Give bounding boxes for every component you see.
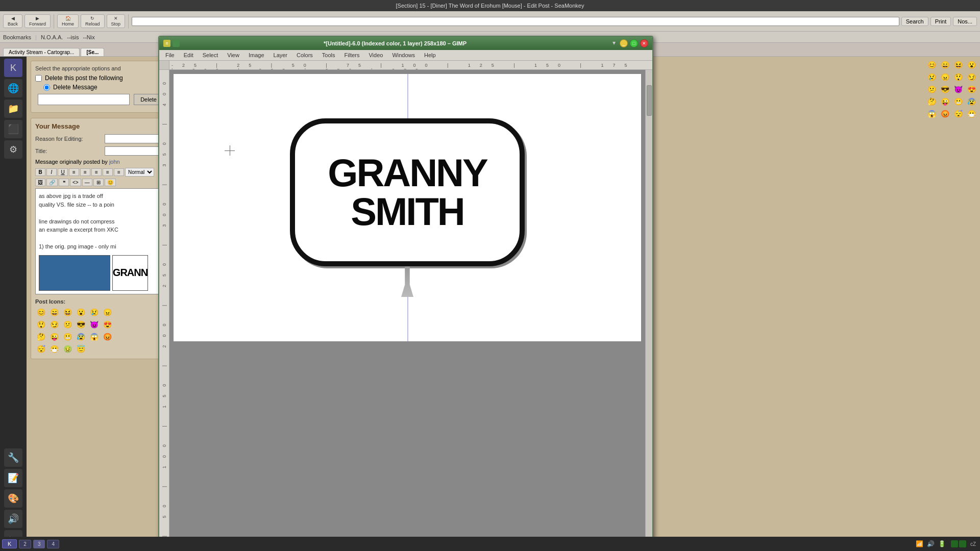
right-emoji-17[interactable]: 😡 xyxy=(939,108,950,119)
delete-message-radio[interactable] xyxy=(43,84,50,91)
emoji-btn-16[interactable]: 😱 xyxy=(88,331,100,342)
kde-browser-icon[interactable]: 🌐 xyxy=(4,79,22,97)
editor-underline-btn[interactable]: U xyxy=(58,168,68,176)
gimp-menu-btn[interactable]: ≡ xyxy=(163,40,170,47)
right-emoji-6[interactable]: 😲 xyxy=(952,71,964,83)
forward-button[interactable]: ▶ Forward xyxy=(24,14,51,28)
right-emoji-5[interactable]: 😠 xyxy=(939,71,950,83)
reason-input[interactable] xyxy=(105,134,166,143)
emoji-btn-0[interactable]: 😊 xyxy=(35,307,46,318)
right-emoji-10[interactable]: 😈 xyxy=(952,84,964,95)
editor-link-btn[interactable]: 🔗 xyxy=(46,179,58,186)
emoji-btn-12[interactable]: 🤔 xyxy=(35,331,46,342)
kde-folder-icon[interactable]: 📁 xyxy=(4,99,22,118)
taskbar-item-2[interactable]: 2 xyxy=(19,540,31,548)
systray-network-icon[interactable]: 📶 xyxy=(915,539,924,548)
systray-battery-icon[interactable]: 🔋 xyxy=(938,539,947,548)
kde-icon-4[interactable]: 🔊 xyxy=(4,510,22,528)
kde-icon-2[interactable]: 📝 xyxy=(4,469,22,487)
gimp-menu-video[interactable]: Video xyxy=(364,51,387,59)
editor-align-right-btn[interactable]: ≡ xyxy=(91,168,102,176)
emoji-btn-2[interactable]: 😆 xyxy=(62,307,73,318)
right-emoji-4[interactable]: 😢 xyxy=(926,71,937,83)
right-emoji-11[interactable]: 😍 xyxy=(966,84,977,95)
poster-name-link[interactable]: john xyxy=(109,159,120,165)
right-emoji-15[interactable]: 😰 xyxy=(966,96,977,107)
emoji-btn-3[interactable]: 😮 xyxy=(75,307,86,318)
editor-italic-btn[interactable]: I xyxy=(46,168,57,176)
emoji-btn-19[interactable]: 😷 xyxy=(48,343,60,355)
emoji-btn-13[interactable]: 😜 xyxy=(48,331,60,342)
editor-align-center-btn[interactable]: ≡ xyxy=(80,168,90,176)
delete-text-input[interactable] xyxy=(38,94,130,105)
emoji-btn-20[interactable]: 🤢 xyxy=(62,343,73,355)
right-emoji-3[interactable]: 😮 xyxy=(966,59,977,70)
message-box[interactable]: as above jpg is a trade off quality VS. … xyxy=(35,188,176,294)
home-button[interactable]: 🏠 Home xyxy=(57,14,79,28)
emoji-btn-7[interactable]: 😏 xyxy=(48,319,60,330)
search-button[interactable]: Search xyxy=(901,17,928,26)
bookmark-noaa[interactable]: N.O.A.A. xyxy=(41,34,63,40)
stop-button[interactable]: ✕ Stop xyxy=(107,14,126,28)
gimp-menu-select[interactable]: Select xyxy=(199,51,223,59)
delete-checkbox[interactable] xyxy=(35,75,42,82)
kde-settings-icon[interactable]: ⚙ xyxy=(4,140,22,159)
right-emoji-13[interactable]: 😜 xyxy=(939,96,950,107)
right-emoji-19[interactable]: 😷 xyxy=(966,108,977,119)
editor-list2-btn[interactable]: ≡ xyxy=(114,168,124,176)
right-emoji-16[interactable]: 😱 xyxy=(926,108,937,119)
emoji-btn-18[interactable]: 😴 xyxy=(35,343,46,355)
emoji-btn-1[interactable]: 😄 xyxy=(48,307,60,318)
reload-button[interactable]: ↻ Reload xyxy=(81,14,105,28)
kde-icon-1[interactable]: 🔧 xyxy=(4,448,22,467)
systray-green-2[interactable] xyxy=(959,540,966,547)
bookmark-isis[interactable]: --isis xyxy=(67,34,79,40)
gimp-vertical-scrollbar[interactable] xyxy=(645,70,652,551)
back-button[interactable]: ◀ Back xyxy=(3,14,22,28)
kde-start-icon[interactable]: K xyxy=(4,59,22,77)
taskbar-item-4[interactable]: 4 xyxy=(47,540,59,548)
right-emoji-7[interactable]: 😏 xyxy=(966,71,977,83)
gimp-maximize-btn[interactable]: □ xyxy=(630,39,638,47)
editor-code-btn[interactable]: <> xyxy=(70,179,81,186)
emoji-btn-8[interactable]: 😕 xyxy=(62,319,73,330)
bookmark-nix[interactable]: --Nix xyxy=(83,34,95,40)
editor-hr-btn[interactable]: — xyxy=(82,179,92,186)
right-emoji-12[interactable]: 🤔 xyxy=(926,96,937,107)
gimp-icon[interactable] xyxy=(173,40,180,47)
emoji-btn-5[interactable]: 😠 xyxy=(102,307,113,318)
gimp-menu-filters[interactable]: Filters xyxy=(340,51,364,59)
gimp-close-btn[interactable]: ✕ xyxy=(640,39,648,47)
right-emoji-14[interactable]: 😬 xyxy=(952,96,964,107)
url-bar[interactable] xyxy=(132,17,899,26)
editor-table-btn[interactable]: ⊞ xyxy=(93,179,104,186)
editor-align-left-btn[interactable]: ≡ xyxy=(69,168,79,176)
editor-bold-btn[interactable]: B xyxy=(35,168,45,176)
emoji-btn-4[interactable]: 😢 xyxy=(88,307,100,318)
gimp-scrollbar-thumb[interactable] xyxy=(647,85,652,116)
editor-img-btn[interactable]: 🖼 xyxy=(35,179,45,186)
right-emoji-0[interactable]: 😊 xyxy=(926,59,937,70)
taskbar-item-3[interactable]: 3 xyxy=(33,540,45,548)
emoji-btn-10[interactable]: 😈 xyxy=(88,319,100,330)
right-emoji-2[interactable]: 😆 xyxy=(952,59,964,70)
gimp-menu-windows[interactable]: Windows xyxy=(388,51,419,59)
gimp-menu-layer[interactable]: Layer xyxy=(270,51,292,59)
gimp-menu-view[interactable]: View xyxy=(223,51,243,59)
gimp-dropdown-btn[interactable]: ▾ xyxy=(610,39,618,47)
tab-section[interactable]: [Se... xyxy=(81,48,104,56)
editor-font-select[interactable]: Normal xyxy=(125,168,154,177)
kde-icon-3[interactable]: 🎨 xyxy=(4,489,22,508)
editor-list1-btn[interactable]: ≡ xyxy=(103,168,113,176)
taskbar-start-button[interactable]: K xyxy=(2,539,17,548)
print-button[interactable]: Print xyxy=(930,17,951,26)
kde-terminal-icon[interactable]: ⬛ xyxy=(4,120,22,138)
gimp-menu-tools[interactable]: Tools xyxy=(318,51,339,59)
gimp-minimize-btn[interactable]: _ xyxy=(620,39,628,47)
systray-green-1[interactable] xyxy=(951,540,958,547)
gimp-menu-image[interactable]: Image xyxy=(244,51,268,59)
gimp-menu-edit[interactable]: Edit xyxy=(180,51,198,59)
tab-activity-stream[interactable]: Activity Stream - Cartograp... xyxy=(3,48,80,56)
systray-volume-icon[interactable]: 🔊 xyxy=(926,539,936,548)
gimp-menu-help[interactable]: Help xyxy=(420,51,440,59)
